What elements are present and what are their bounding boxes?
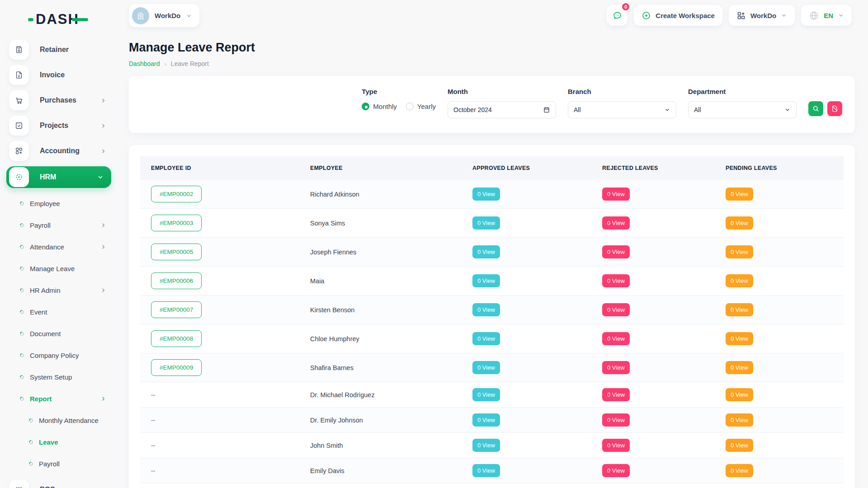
approved-view-badge[interactable]: 0 View <box>472 332 500 345</box>
bullet-icon <box>28 418 34 423</box>
approved-view-badge[interactable]: 0 View <box>472 303 500 316</box>
department-select[interactable]: All <box>688 101 797 118</box>
calendar-icon[interactable] <box>543 106 550 113</box>
employee-id-button[interactable]: #EMP00005 <box>151 244 202 260</box>
radio-unselected-icon[interactable] <box>406 103 414 110</box>
rejected-view-badge[interactable]: 0 View <box>602 274 630 287</box>
sidebar-item-leave[interactable]: Leave <box>0 431 118 453</box>
language-button[interactable]: EN <box>801 5 852 26</box>
rejected-view-badge[interactable]: 0 View <box>602 439 630 452</box>
sidebar-subitem-label: Attendance <box>30 243 64 251</box>
search-button[interactable] <box>808 101 823 116</box>
sidebar-item-pos[interactable]: POS <box>7 480 110 488</box>
approved-view-badge[interactable]: 0 View <box>472 274 500 287</box>
workspace-pill[interactable]: WorkDo <box>129 4 199 27</box>
messages-button[interactable]: 0 <box>607 5 627 26</box>
approved-view-badge[interactable]: 0 View <box>472 361 500 374</box>
pending-view-badge[interactable]: 0 View <box>726 361 753 374</box>
sidebar-item-purchases[interactable]: Purchases <box>7 90 110 110</box>
type-label: Type <box>362 88 436 98</box>
sidebar-item-system-setup[interactable]: System Setup <box>0 366 118 388</box>
employee-id-button[interactable]: #EMP00009 <box>151 359 202 376</box>
rejected-view-badge[interactable]: 0 View <box>602 303 630 316</box>
sidebar-item-document[interactable]: Document <box>0 323 118 344</box>
sidebar-item-employee[interactable]: Employee <box>0 192 118 214</box>
employee-id-empty: -- <box>151 442 155 449</box>
employee-id-empty: -- <box>151 417 155 424</box>
employee-id-button[interactable]: #EMP00002 <box>151 186 202 202</box>
rejected-view-badge[interactable]: 0 View <box>602 388 630 401</box>
search-icon <box>812 105 820 113</box>
create-workspace-button[interactable]: Create Workspace <box>634 5 722 26</box>
pending-view-badge[interactable]: 0 View <box>726 303 753 316</box>
department-label: Department <box>688 88 797 98</box>
branch-select[interactable]: All <box>568 101 676 118</box>
employee-id-button[interactable]: #EMP00007 <box>151 301 202 318</box>
sidebar-item-projects[interactable]: Projects <box>7 116 110 136</box>
employee-id-button[interactable]: #EMP00006 <box>151 272 202 289</box>
sidebar-item-invoice[interactable]: Invoice <box>7 65 110 85</box>
employee-id-button[interactable]: #EMP00008 <box>151 330 202 347</box>
rejected-view-badge[interactable]: 0 View <box>602 413 630 427</box>
approved-view-badge[interactable]: 0 View <box>472 245 500 258</box>
month-input[interactable]: October 2024 <box>448 101 556 118</box>
sidebar-item-monthly-attendance[interactable]: Monthly Attendance <box>0 409 118 431</box>
sidebar-item-label: Projects <box>40 122 68 130</box>
pending-view-badge[interactable]: 0 View <box>726 439 753 452</box>
approved-view-badge[interactable]: 0 View <box>472 216 500 230</box>
sidebar-subitem-label: Event <box>30 308 47 316</box>
employee-name: Dr. Michael Rodriguez <box>310 391 375 399</box>
rejected-view-badge[interactable]: 0 View <box>602 188 630 201</box>
chevron-right-icon <box>100 287 107 294</box>
logo-dash-icon <box>28 18 33 21</box>
sidebar-item-hr-admin[interactable]: HR Admin <box>0 279 118 301</box>
pending-view-badge[interactable]: 0 View <box>726 464 753 477</box>
pending-view-badge[interactable]: 0 View <box>726 216 753 230</box>
pending-view-badge[interactable]: 0 View <box>726 332 753 345</box>
sidebar-item-company-policy[interactable]: Company Policy <box>0 344 118 366</box>
sidebar-item-payroll[interactable]: Payroll <box>0 453 118 474</box>
bullet-icon <box>28 439 34 445</box>
radio-selected-icon[interactable] <box>362 103 369 110</box>
type-radio-monthly[interactable]: Monthly <box>362 103 397 110</box>
rejected-view-badge[interactable]: 0 View <box>602 216 630 230</box>
pending-view-badge[interactable]: 0 View <box>726 388 753 401</box>
rejected-view-badge[interactable]: 0 View <box>602 245 630 258</box>
type-radio-yearly[interactable]: Yearly <box>406 103 436 110</box>
sidebar-item-hrm[interactable]: HRM <box>6 166 111 188</box>
sidebar-item-report[interactable]: Report <box>0 388 118 409</box>
employee-name: Sonya Sims <box>310 220 345 227</box>
pending-view-badge[interactable]: 0 View <box>726 413 753 427</box>
sidebar-item-retainer[interactable]: Retainer <box>7 40 110 60</box>
month-value: October 2024 <box>453 106 492 113</box>
reset-filter-button[interactable] <box>827 101 842 116</box>
sidebar-item-attendance[interactable]: Attendance <box>0 236 118 258</box>
employee-id-button[interactable]: #EMP00003 <box>151 215 202 231</box>
sidebar-item-manage-leave[interactable]: Manage Leave <box>0 258 118 279</box>
approved-view-badge[interactable]: 0 View <box>472 413 500 427</box>
approved-view-badge[interactable]: 0 View <box>472 188 500 201</box>
bullet-icon <box>19 352 25 358</box>
rejected-view-badge[interactable]: 0 View <box>602 332 630 345</box>
approved-view-badge[interactable]: 0 View <box>472 388 500 401</box>
employee-name: John Smith <box>310 442 343 449</box>
rejected-view-badge[interactable]: 0 View <box>602 464 630 477</box>
workspace-switcher-button[interactable]: WorkDo <box>729 5 795 26</box>
pending-view-badge[interactable]: 0 View <box>726 188 753 201</box>
department-value: All <box>694 106 701 113</box>
chevron-down-icon <box>781 12 787 19</box>
pos-icon <box>9 480 29 488</box>
column-header-employee-id: EMPLOYEE ID <box>140 156 299 180</box>
approved-view-badge[interactable]: 0 View <box>472 464 500 477</box>
sidebar-item-payroll[interactable]: Payroll <box>0 214 118 236</box>
sidebar-item-event[interactable]: Event <box>0 301 118 323</box>
rejected-view-badge[interactable]: 0 View <box>602 361 630 374</box>
pending-view-badge[interactable]: 0 View <box>726 274 753 287</box>
sidebar-item-label: POS <box>40 486 55 488</box>
app-logo[interactable]: DASH <box>28 11 118 28</box>
approved-view-badge[interactable]: 0 View <box>472 439 500 452</box>
employee-name: Richard Atkinson <box>310 191 359 198</box>
breadcrumb-dashboard-link[interactable]: Dashboard <box>129 60 160 67</box>
pending-view-badge[interactable]: 0 View <box>726 245 753 258</box>
sidebar-item-accounting[interactable]: Accounting <box>7 141 110 161</box>
